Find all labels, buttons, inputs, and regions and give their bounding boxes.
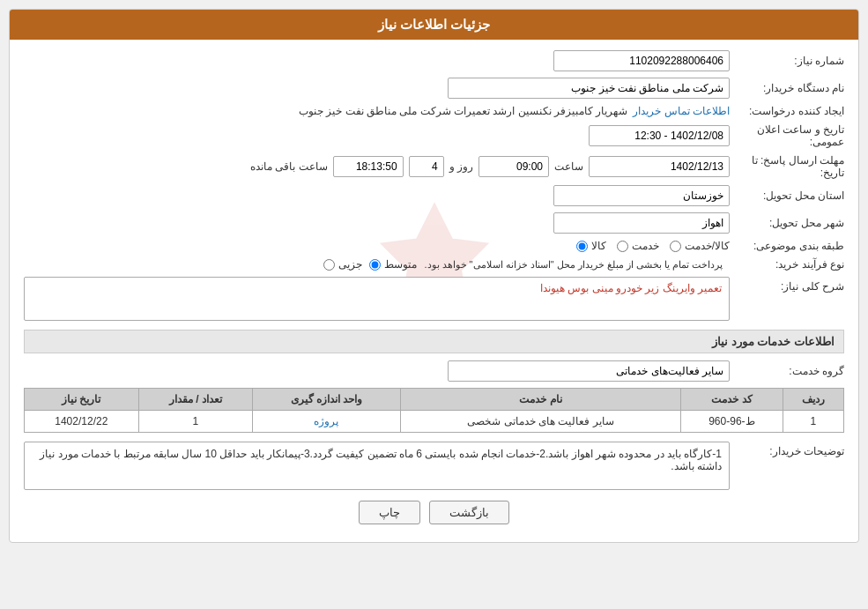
category-kala[interactable]: کالا	[576, 240, 606, 252]
need-number-row: شماره نیاز:	[24, 50, 844, 71]
service-group-label: گروه خدمت:	[730, 365, 844, 377]
deadline-label: مهلت ارسال پاسخ: تا تاریخ:	[730, 154, 844, 179]
motaset-label: متوسط	[384, 258, 417, 271]
need-number-input	[553, 50, 730, 71]
category-label: طبقه بندی موضوعی:	[730, 240, 844, 252]
service-group-row: گروه خدمت:	[24, 360, 844, 382]
col-qty: تعداد / مقدار	[138, 389, 252, 411]
remaining-label: ساعت باقی مانده	[250, 160, 328, 173]
announce-date-row: تاریخ و ساعت اعلان عمومی:	[24, 123, 844, 148]
cell-qty: 1	[138, 411, 252, 433]
service-info-header: اطلاعات خدمات مورد نیاز	[24, 330, 844, 353]
cell-code: ط-96-960	[680, 411, 783, 433]
creator-row: ایجاد کننده درخواست: اطلاعات تماس خریدار…	[24, 105, 844, 117]
category-khidmat[interactable]: خدمت	[617, 240, 659, 252]
announce-date-input	[589, 125, 730, 146]
deadline-date-input	[589, 156, 730, 177]
process-motaset[interactable]: متوسط	[369, 258, 417, 271]
cell-name: سایر فعالیت های خدماتی شخصی	[400, 411, 680, 433]
deadline-time-input	[479, 156, 549, 177]
col-name: نام خدمت	[400, 389, 680, 411]
buyer-notes-row: توضیحات خریدار: 1-کارگاه باید در محدوده …	[24, 442, 844, 490]
creator-value: شهریار کامبیزفر نکنسین ارشد تعمیرات شرکت…	[299, 105, 627, 117]
print-button[interactable]: چاپ	[359, 501, 420, 524]
kala-label: کالا	[591, 240, 606, 252]
col-row: ردیف	[783, 389, 843, 411]
deadline-row: مهلت ارسال پاسخ: تا تاریخ: ساعت روز و سا…	[24, 154, 844, 179]
process-jozii[interactable]: جزیی	[323, 258, 362, 271]
cell-date: 1402/12/22	[25, 411, 139, 433]
col-code: کد خدمت	[680, 389, 783, 411]
buyer-name-row: نام دستگاه خریدار:	[24, 78, 844, 99]
bottom-buttons: بازگشت چاپ	[24, 501, 844, 531]
page-title: جزئیات اطلاعات نیاز	[10, 10, 858, 40]
deadline-days-input	[409, 156, 444, 177]
process-note: پرداخت تمام یا بخشی از مبلغ خریدار محل "…	[424, 259, 723, 271]
need-number-label: شماره نیاز:	[730, 55, 844, 67]
col-unit: واحد اندازه گیری	[253, 389, 401, 411]
col-date: تاریخ نیاز	[25, 389, 139, 411]
items-table: ردیف کد خدمت نام خدمت واحد اندازه گیری ت…	[24, 388, 844, 433]
deadline-remaining-input	[333, 156, 404, 177]
city-row: شهر محل تحویل:	[24, 212, 844, 234]
service-group-input	[448, 360, 730, 382]
cell-unit: پروژه	[253, 411, 401, 433]
buyer-name-label: نام دستگاه خریدار:	[730, 82, 844, 94]
need-desc-row: شرح کلی نیاز: تعمیر وایرینگ زیر خودرو می…	[24, 277, 844, 321]
days-label: روز و	[449, 160, 473, 173]
province-input	[553, 185, 730, 206]
need-desc-label: شرح کلی نیاز:	[730, 277, 844, 293]
city-input	[553, 212, 730, 234]
khidmat-label: خدمت	[632, 240, 659, 252]
process-label: نوع فرآیند خرید:	[730, 258, 844, 271]
province-label: استان محل تحویل:	[730, 189, 844, 202]
table-row: 1 ط-96-960 سایر فعالیت های خدماتی شخصی پ…	[25, 411, 844, 433]
creator-label: ایجاد کننده درخواست:	[730, 105, 844, 117]
city-label: شهر محل تحویل:	[730, 217, 844, 229]
creator-link[interactable]: اطلاعات تماس خریدار	[633, 105, 730, 117]
province-row: استان محل تحویل:	[24, 185, 844, 206]
buyer-name-input	[448, 78, 730, 99]
category-row: طبقه بندی موضوعی: کالا/خدمت خدمت کالا	[24, 240, 844, 252]
kala-khidmat-label: کالا/خدمت	[685, 240, 730, 252]
announce-date-label: تاریخ و ساعت اعلان عمومی:	[730, 123, 844, 148]
jozii-label: جزیی	[338, 258, 362, 271]
process-row: نوع فرآیند خرید: پرداخت تمام یا بخشی از …	[24, 258, 844, 271]
buyer-notes-value: 1-کارگاه باید در محدوده شهر اهواز باشد.2…	[24, 442, 730, 490]
buyer-notes-label: توضیحات خریدار:	[730, 442, 844, 457]
cell-row: 1	[783, 411, 843, 433]
category-kala-khidmat[interactable]: کالا/خدمت	[670, 240, 730, 252]
need-desc-value: تعمیر وایرینگ زیر خودرو مینی بوس هیوندا	[24, 277, 730, 321]
back-button[interactable]: بازگشت	[429, 501, 509, 524]
time-label: ساعت	[554, 160, 583, 173]
